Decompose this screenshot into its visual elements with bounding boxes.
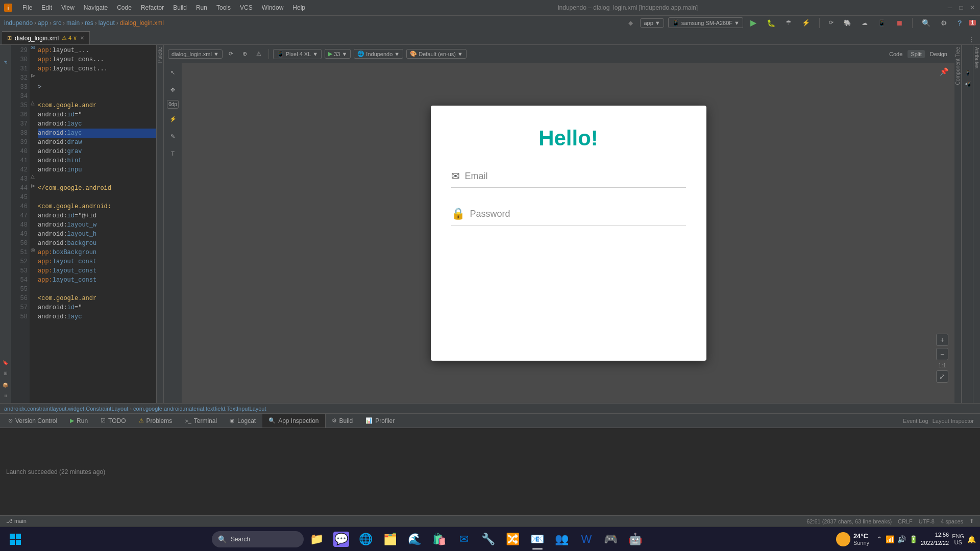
tab-more-button[interactable]: ⋮ [965,35,978,43]
sidebar-build-variants-icon[interactable]: ⊞ [1,368,11,379]
device-dropdown[interactable]: 📱 samsung SM-A260F ▼ [668,17,743,28]
sidebar-bookmarks-icon[interactable]: 🔖 [1,357,11,367]
dp-input[interactable]: 0dp [167,100,179,109]
design-view-btn[interactable]: Design [927,50,950,58]
breadcrumb-src[interactable]: src [53,19,61,27]
menu-refactor[interactable]: Refactor [137,3,168,12]
taskbar-search[interactable]: 🔍 Search [212,531,304,547]
breadcrumb-res[interactable]: res [85,19,93,27]
bottom-tab-build[interactable]: ⚙ Build [326,414,360,428]
breadcrumb-textinputlayout[interactable]: com.google.android.material.textfield.Te… [133,406,266,412]
taskbar-vcs[interactable]: 🔀 [502,528,524,550]
bottom-tab-problems[interactable]: ⚠ Problems [133,414,179,428]
pin-icon[interactable]: 📌 [940,67,948,76]
search-button[interactable]: 🔍 [919,18,934,28]
taskbar-teams[interactable]: 👥 [551,528,573,550]
breadcrumb-project[interactable]: indupendo [4,19,33,27]
select-button[interactable]: ↖ [166,65,180,80]
split-view-btn[interactable]: Split [908,50,924,58]
bottom-tab-version-control[interactable]: ⊙ Version Control [2,414,64,428]
breadcrumb-layout[interactable]: layout [99,19,115,27]
sync-button[interactable]: ⟳ [826,18,837,27]
theme-dropdown[interactable]: 🎨 Default (en-us) ▼ [406,49,467,59]
taskbar-edge[interactable]: 🌊 [404,528,426,550]
align-button[interactable]: T [166,146,180,161]
pan-button[interactable]: ✥ [166,83,180,97]
build-config-dropdown[interactable]: app ▼ [640,18,664,28]
breadcrumb-constraintlayout[interactable]: androidx.constraintlayout.widget.Constra… [4,406,128,412]
menu-run[interactable]: Run [192,3,211,12]
maximize-button[interactable]: □ [958,4,965,11]
design-canvas[interactable]: 📌 Hello! ✉ Email 🔒 Passwor [182,63,954,403]
device-file-explorer-icon[interactable]: 📱 [963,67,973,78]
gradle-button[interactable]: 🐘 [841,18,854,28]
bottom-tab-run[interactable]: ▶ Run [64,414,94,428]
locale-indicator[interactable]: ENG US [952,533,964,545]
start-button[interactable] [4,528,27,550]
avd-button[interactable]: 📱 [875,18,889,28]
device-manager-icon[interactable]: 📲 [963,79,973,89]
taskbar-intellij[interactable]: 🤖 [624,528,647,550]
bottom-tab-todo[interactable]: ☑ TODO [94,414,132,428]
git-status[interactable]: ⎇ main [4,518,29,524]
sidebar-project-icon[interactable]: P [1,57,11,67]
zoom-in-button[interactable]: + [936,334,948,346]
attributes-label[interactable]: Attributes [974,47,979,68]
menu-file[interactable]: File [18,3,36,12]
volume-icon[interactable]: 🔊 [897,535,906,543]
bottom-tab-app-inspection[interactable]: 🔍 App Inspection [262,414,325,428]
taskbar-unity[interactable]: 🎮 [600,528,622,550]
vcs-button[interactable]: ◆ [625,18,636,28]
palette-panel[interactable]: Palette [157,45,164,403]
menu-code[interactable]: Code [113,3,136,12]
coverage-button[interactable]: ☂ [782,18,795,28]
fit-screen-button[interactable]: ⤢ [936,370,948,383]
error-badge[interactable]: 1 [969,20,976,26]
zoom-out-button[interactable]: − [936,348,948,360]
device-size-dropdown[interactable]: 📱 Pixel 4 XL ▼ [273,49,322,59]
battery-icon[interactable]: 🔋 [909,535,918,543]
menu-window[interactable]: Window [258,3,288,12]
stop-button[interactable]: ⏹ [893,18,906,28]
indentation-status[interactable]: 4 spaces [939,518,965,524]
fold-icon-line46[interactable]: ⊳ [31,183,35,189]
issues-button[interactable]: ⚠ [253,49,264,58]
sidebar-structure-icon[interactable]: ≡ [1,391,11,401]
taskbar-store[interactable]: 🛍️ [428,528,451,550]
taskbar-word[interactable]: W [575,528,598,550]
line-endings[interactable]: CRLF [896,518,915,524]
fold-icon-line35[interactable]: ⊳ [31,72,35,79]
bottom-tab-logcat[interactable]: ◉ Logcat [224,414,262,428]
sdk-button[interactable]: ☁ [859,18,871,28]
show-hidden-icons[interactable]: ⌃ [876,535,883,543]
code-view-btn[interactable]: Code [886,50,905,58]
weather-widget[interactable]: 24°C Sunny [832,532,873,546]
menu-view[interactable]: View [57,3,79,12]
taskbar-chrome[interactable]: 🌐 [355,528,377,550]
minimize-button[interactable]: ─ [946,4,953,11]
close-button[interactable]: ✕ [969,4,976,11]
run-button[interactable]: ▶ [747,17,760,29]
taskbar-chat[interactable]: 💬 [330,528,353,550]
taskbar-file-explorer[interactable]: 📁 [306,528,328,550]
menu-edit[interactable]: Edit [37,3,56,12]
breadcrumb-app[interactable]: app [38,19,48,27]
orientation-button[interactable]: ⟳ [226,49,236,58]
bottom-tab-profiler[interactable]: 📊 Profiler [359,414,401,428]
palette-label[interactable]: Palette [157,47,163,63]
menu-vcs[interactable]: VCS [236,3,257,12]
sidebar-resource-manager-icon[interactable]: 📦 [1,380,11,390]
clear-button[interactable]: ✎ [166,129,180,143]
taskbar-outlook[interactable]: 📧 [526,528,549,550]
component-tree-label[interactable]: Component Tree [955,47,961,85]
network-icon[interactable]: 📶 [886,535,894,543]
component-tree-panel[interactable]: Component Tree [954,45,962,403]
notification-button[interactable]: 🔔 [967,535,976,543]
tab-dialog-login[interactable]: ⊞ dialog_login.xml ⚠ 4 ∨ ✕ [2,31,90,44]
menu-navigate[interactable]: Navigate [80,3,112,12]
settings-button[interactable]: ⚙ [938,18,950,28]
taskbar-file-manager[interactable]: 🗂️ [379,528,402,550]
debug-button[interactable]: 🐛 [764,18,778,28]
upload-icon[interactable]: ⬆ [967,518,976,524]
menu-tools[interactable]: Tools [212,3,235,12]
